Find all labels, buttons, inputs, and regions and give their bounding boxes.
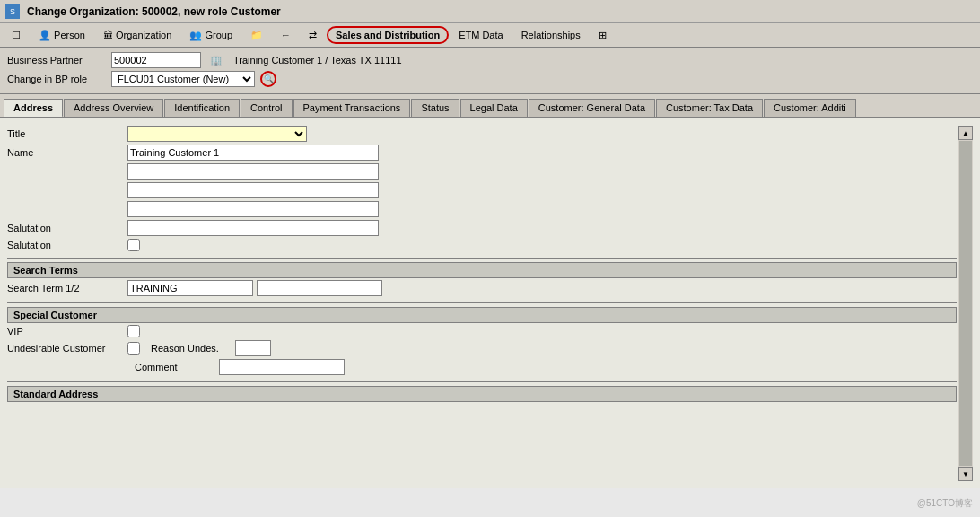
- menu-bar: ☐ 👤 Person 🏛 Organization 👥 Group 📁 ← ⇄ …: [0, 23, 980, 48]
- name-input-3[interactable]: [127, 182, 379, 198]
- divider-2: [7, 302, 957, 303]
- name-row-1: Name: [7, 145, 957, 161]
- undesirable-row: Undesirable Customer Reason Undes.: [7, 340, 957, 356]
- scrollbar[interactable]: ▲ ▼: [958, 126, 973, 481]
- tab-legal-data[interactable]: Legal Data: [460, 99, 528, 118]
- tab-customer-general-data[interactable]: Customer: General Data: [529, 99, 655, 118]
- divider-1: [7, 258, 957, 258]
- scroll-down-btn[interactable]: ▼: [958, 467, 973, 481]
- change-bp-role-row: Change in BP role FLCU01 Customer (New) …: [7, 71, 973, 87]
- undesirable-label: Undesirable Customer: [7, 343, 124, 354]
- content-wrapper: Title Name Salutation Salutatio: [7, 126, 973, 481]
- name-input-1[interactable]: [127, 145, 379, 161]
- name-label: Name: [7, 147, 124, 158]
- business-partner-input[interactable]: [111, 52, 201, 68]
- search-term-label: Search Term 1/2: [7, 283, 124, 294]
- search-term-1-input[interactable]: [127, 280, 253, 296]
- salutation-row-2: Salutation: [7, 239, 957, 251]
- name-row-4: [7, 201, 957, 217]
- title-bar: S Change Organization: 500002, new role …: [0, 0, 980, 23]
- special-customer-header: Special Customer: [7, 307, 957, 323]
- tabs-section: Address Address Overview Identification …: [0, 94, 980, 118]
- reason-undes-input[interactable]: [235, 340, 271, 356]
- menu-item-organization[interactable]: 🏛 Organization: [95, 27, 179, 43]
- salutation-label: Salutation: [7, 223, 124, 233]
- menu-item-extra-icon[interactable]: ⊞: [591, 27, 615, 44]
- search-term-row: Search Term 1/2: [7, 280, 957, 296]
- window-title: Change Organization: 500002, new role Cu…: [27, 5, 281, 18]
- comment-row: Comment: [7, 359, 957, 375]
- group-icon: 👥: [189, 30, 202, 40]
- menu-item-sales-distribution[interactable]: Sales and Distribution: [327, 26, 449, 44]
- title-label: Title: [7, 128, 124, 139]
- name-row-2: [7, 163, 957, 180]
- search-term-2-input[interactable]: [257, 280, 382, 296]
- person-icon: 👤: [39, 30, 51, 40]
- menu-item-relationships[interactable]: Relationships: [513, 27, 589, 43]
- training-icon: 🏢: [210, 55, 223, 66]
- bp-role-search-btn[interactable]: 🔍: [260, 71, 276, 87]
- salutation-check-label: Salutation: [7, 240, 124, 250]
- tab-identification[interactable]: Identification: [164, 99, 240, 118]
- menu-item-etm-data[interactable]: ETM Data: [451, 27, 512, 43]
- menu-item-group[interactable]: 👥 Group: [181, 27, 241, 44]
- salutation-checkbox[interactable]: [127, 239, 140, 251]
- bp-role-select[interactable]: FLCU01 Customer (New): [111, 71, 255, 87]
- name-row-3: [7, 182, 957, 198]
- menu-item-person[interactable]: 👤 Person: [31, 27, 93, 44]
- salutation-input[interactable]: [127, 220, 379, 236]
- undesirable-checkbox[interactable]: [127, 342, 140, 355]
- reason-undes-label: Reason Undes.: [151, 343, 232, 354]
- standard-address-header: Standard Address: [7, 386, 957, 402]
- comment-label: Comment: [135, 362, 215, 372]
- title-select[interactable]: [127, 126, 307, 142]
- tab-control[interactable]: Control: [241, 99, 292, 118]
- tab-customer-additi[interactable]: Customer: Additi: [764, 99, 856, 118]
- vip-checkbox[interactable]: [127, 325, 140, 337]
- tab-payment-transactions[interactable]: Payment Transactions: [293, 99, 411, 118]
- menu-item-checkbox[interactable]: ☐: [4, 27, 29, 44]
- change-bp-role-label: Change in BP role: [7, 74, 106, 84]
- menu-item-arrow-left[interactable]: ←: [273, 27, 299, 43]
- divider-3: [7, 381, 957, 382]
- vip-row: VIP: [7, 325, 957, 337]
- sap-icon: S: [5, 4, 20, 19]
- org-icon: 🏛: [103, 30, 113, 40]
- business-partner-label: Business Partner: [7, 55, 106, 66]
- tab-address-overview[interactable]: Address Overview: [64, 99, 163, 118]
- salutation-row-1: Salutation: [7, 220, 957, 236]
- vip-label: VIP: [7, 326, 124, 337]
- tab-address[interactable]: Address: [4, 99, 63, 118]
- header-section: Business Partner 🏢 Training Customer 1 /…: [0, 48, 980, 94]
- scroll-thumb[interactable]: [959, 141, 972, 466]
- name-input-4[interactable]: [127, 201, 379, 217]
- tab-customer-tax-data[interactable]: Customer: Tax Data: [656, 99, 763, 118]
- scroll-up-btn[interactable]: ▲: [958, 126, 973, 140]
- name-input-2[interactable]: [127, 163, 379, 180]
- comment-input[interactable]: [219, 359, 345, 375]
- menu-item-folder[interactable]: 📁: [242, 27, 271, 44]
- title-row: Title: [7, 126, 957, 142]
- main-content: Title Name Salutation Salutatio: [0, 118, 980, 488]
- menu-item-arrows[interactable]: ⇄: [301, 27, 325, 44]
- tab-status[interactable]: Status: [411, 99, 459, 118]
- business-partner-row: Business Partner 🏢 Training Customer 1 /…: [7, 52, 973, 68]
- search-terms-header: Search Terms: [7, 262, 957, 278]
- business-partner-info: Training Customer 1 / Texas TX 11111: [233, 55, 402, 66]
